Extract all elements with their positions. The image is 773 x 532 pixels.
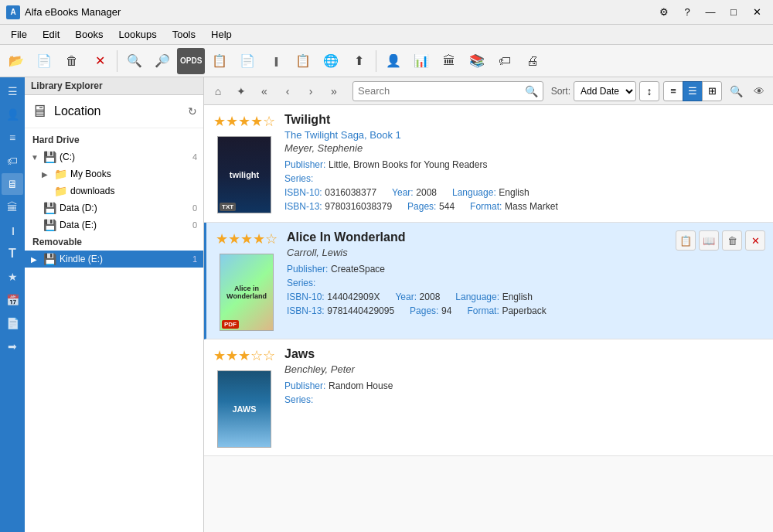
toolbar-globe-btn[interactable]: 🌐 xyxy=(318,48,344,74)
menu-edit[interactable]: Edit xyxy=(35,27,67,42)
sidebar-star-icon[interactable]: ★ xyxy=(2,266,23,288)
toolbar-zoom-btn[interactable]: 🔎 xyxy=(149,48,175,74)
language-alice: English xyxy=(502,292,533,302)
toolbar-print-btn[interactable]: 🖨 xyxy=(519,48,546,74)
drive-c[interactable]: ▼ 💾 (C:) 4 xyxy=(25,148,203,165)
search-submit-button[interactable]: 🔍 xyxy=(525,85,538,97)
drive-d[interactable]: 💾 Data (D:) 0 xyxy=(25,200,203,217)
menu-tools[interactable]: Tools xyxy=(165,27,203,42)
sidebar-menu-icon[interactable]: ☰ xyxy=(2,80,23,102)
year-alice: 2008 xyxy=(420,292,441,302)
menu-books[interactable]: Books xyxy=(67,27,111,42)
search-input[interactable] xyxy=(358,85,525,97)
kindle-drive[interactable]: ▶ 💾 Kindle (E:) 1 xyxy=(25,251,203,268)
folder-icon: 📁 xyxy=(54,185,67,197)
sidebar-building-icon[interactable]: 🏛 xyxy=(2,196,23,218)
year-label-alice: Year: xyxy=(395,292,417,302)
view-detail-button[interactable]: ☰ xyxy=(683,81,703,101)
cover-badge-alice: PDF xyxy=(222,320,239,329)
publisher-label-alice: Publisher: xyxy=(287,264,328,275)
sort-direction-button[interactable]: ↕ xyxy=(639,81,659,101)
eye-button[interactable]: 👁 xyxy=(748,80,770,102)
toolbar: 📂 📄 🗑 ✕ 🔍 🔎 OPDS 📋 📄 ||| 📋 🌐 ⬆ 👤 📊 🏛 📚 🏷… xyxy=(0,45,773,77)
action-notes-btn[interactable]: 📋 xyxy=(676,230,696,251)
sidebar-list-icon[interactable]: ≡ xyxy=(2,127,23,148)
drive-e-data[interactable]: 💾 Data (E:) 0 xyxy=(25,217,203,234)
action-delete-btn[interactable]: 🗑 xyxy=(722,230,742,251)
downloads-folder[interactable]: 📁 downloads xyxy=(36,182,203,200)
sidebar-arrow-icon[interactable]: ➡ xyxy=(2,336,23,357)
kindle-count: 1 xyxy=(192,254,197,264)
book-item-jaws[interactable]: ★★★☆☆ JAWS Jaws Benchley, Peter Publishe… xyxy=(204,339,773,456)
bookmark-button[interactable]: ✦ xyxy=(230,80,252,102)
toolbar-books-btn[interactable]: 📚 xyxy=(464,48,490,74)
toolbar-search-btn[interactable]: 🔍 xyxy=(121,48,148,74)
maximize-button[interactable]: □ xyxy=(724,2,744,22)
sidebar-calendar-icon[interactable]: 📅 xyxy=(2,289,23,311)
toolbar-library-btn[interactable]: 🏛 xyxy=(436,48,462,74)
sort-select[interactable]: Add Date Title Author Year xyxy=(574,81,636,101)
book-stars-jaws: ★★★☆☆ xyxy=(213,347,275,364)
view-list-button[interactable]: ≡ xyxy=(663,81,683,101)
toolbar-new-btn[interactable]: 📄 xyxy=(31,48,57,74)
menu-help[interactable]: Help xyxy=(203,27,240,42)
format-label-alice: Format: xyxy=(467,305,499,316)
pages-twilight: 544 xyxy=(439,201,455,212)
toolbar-doc-btn[interactable]: 📄 xyxy=(234,48,261,74)
action-share-btn[interactable]: 📖 xyxy=(699,230,719,251)
book-cover-alice: Alice in Wonderland PDF xyxy=(220,254,274,331)
book-item-twilight[interactable]: ★★★★☆ twilight TXT Twilight The Twilight… xyxy=(204,105,773,223)
library-panel-header: Library Explorer xyxy=(25,77,203,95)
zoom-button[interactable]: 🔍 xyxy=(725,80,747,102)
toolbar-clipboard-btn[interactable]: 📋 xyxy=(290,48,316,74)
app-title: Alfa eBooks Manager xyxy=(25,6,654,18)
downloads-label: downloads xyxy=(70,186,114,196)
toolbar-delete-btn[interactable]: 🗑 xyxy=(59,48,85,74)
sidebar-tag-icon[interactable]: 🏷 xyxy=(2,150,23,172)
action-close-btn[interactable]: ✕ xyxy=(745,230,765,251)
toolbar-tag-btn[interactable]: 🏷 xyxy=(492,48,518,74)
toolbar-barcode-btn[interactable]: ||| xyxy=(262,48,288,74)
window-controls: ⚙ ? — □ ✕ xyxy=(654,2,767,22)
menu-lookups[interactable]: Lookups xyxy=(111,27,165,42)
my-books-folder[interactable]: ▶ 📁 My Books xyxy=(36,165,203,182)
folder-icon: 📁 xyxy=(54,168,67,180)
help-button[interactable]: ? xyxy=(677,2,697,22)
toolbar-upload-btn[interactable]: ⬆ xyxy=(346,48,372,74)
forward-button[interactable]: › xyxy=(300,80,322,102)
book-meta-row-alice-series: Series: xyxy=(287,277,764,288)
pages-label-alice: Pages: xyxy=(410,305,438,316)
sidebar-person-icon[interactable]: 👤 xyxy=(2,104,23,125)
drive-c-count: 4 xyxy=(192,152,197,162)
sidebar-monitor-icon[interactable]: 🖥 xyxy=(2,173,23,195)
home-button[interactable]: ⌂ xyxy=(207,80,229,102)
sidebar-barcode-icon[interactable]: ||| xyxy=(2,220,23,241)
sidebar-text-icon[interactable]: T xyxy=(2,243,23,264)
toolbar-open-btn[interactable]: 📂 xyxy=(3,48,29,74)
menu-file[interactable]: File xyxy=(3,27,35,42)
content-area: ⌂ ✦ « ‹ › » 🔍 Sort: Add Date Title Autho… xyxy=(204,77,773,532)
sidebar-page-icon[interactable]: 📄 xyxy=(2,312,23,334)
forward-forward-button[interactable]: » xyxy=(323,80,345,102)
book-meta-row-jaws-series: Series: xyxy=(284,394,764,405)
book-author-twilight: Meyer, Stephenie xyxy=(284,142,764,154)
toolbar-chart-btn[interactable]: 📊 xyxy=(408,48,434,74)
language-label: Language: xyxy=(452,187,496,198)
settings-button[interactable]: ⚙ xyxy=(654,2,674,22)
refresh-button[interactable]: ↻ xyxy=(188,105,197,118)
isbn10-label-alice: ISBN-10: xyxy=(287,292,325,302)
tree-area: Hard Drive ▼ 💾 (C:) 4 ▶ 📁 My Books 📁 dow… xyxy=(25,128,203,532)
toolbar-person-btn[interactable]: 👤 xyxy=(380,48,407,74)
toolbar-copy-btn[interactable]: 📋 xyxy=(206,48,233,74)
minimize-button[interactable]: — xyxy=(700,2,720,22)
back-back-button[interactable]: « xyxy=(254,80,275,102)
toolbar-opds-btn[interactable]: OPDS xyxy=(177,48,205,74)
close-button[interactable]: ✕ xyxy=(747,2,767,22)
toolbar-cancel-btn[interactable]: ✕ xyxy=(87,48,113,74)
back-button[interactable]: ‹ xyxy=(277,80,298,102)
drive-icon: 💾 xyxy=(43,219,56,231)
toolbar-sep-2 xyxy=(376,50,376,72)
book-item-alice[interactable]: 📋 📖 🗑 ✕ ★★★★☆ Alice in Wonderland PDF xyxy=(204,223,773,339)
view-grid-button[interactable]: ⊞ xyxy=(702,81,722,101)
library-panel: Library Explorer 🖥 Location ↻ Hard Drive… xyxy=(25,77,204,532)
